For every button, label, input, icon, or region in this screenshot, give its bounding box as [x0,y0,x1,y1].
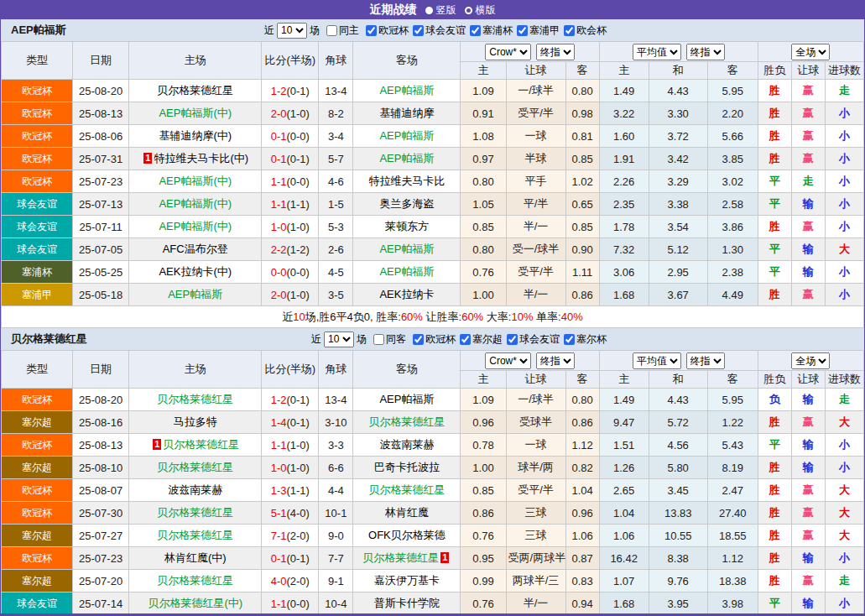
odds-time-select[interactable]: 终指 [536,352,575,369]
full-time-score: 7-1 [271,530,287,542]
scope-select[interactable]: 全场 [791,44,830,60]
league-checkbox[interactable] [413,25,424,36]
filter-suffix: 场 [310,23,320,38]
score-cell: 1-2(0-1) [262,80,319,102]
league-type-cell: 欧冠杯 [2,102,73,125]
average-draw-odds: 8.38 [649,547,707,570]
odds-time-select[interactable]: 终指 [536,44,575,60]
average-home-odds: 1.49 [599,80,649,102]
average-time-select[interactable]: 终指 [686,44,725,60]
handicap-away-odds: 0.85 [565,216,599,238]
result-goals: 小 [825,148,863,170]
league-checkbox[interactable] [460,334,471,345]
league-badge: 欧冠杯 [2,547,72,569]
league-badge: 塞尔超 [2,411,72,433]
result-handicap: 赢 [791,525,825,547]
league-type-cell: 球会友谊 [2,593,73,615]
league-filter-item[interactable]: 欧冠杯 [362,23,409,38]
league-filter-item[interactable]: 欧会杯 [560,23,607,38]
team-name: 贝尔格莱德红星 [157,574,233,587]
league-filter-item[interactable]: 球会友谊 [409,23,466,38]
odds-company-select[interactable]: Crow* [485,44,531,60]
league-filter-item[interactable]: 球会友谊 [503,332,560,347]
league-checkbox[interactable] [564,25,575,36]
league-checkbox[interactable] [413,334,424,345]
league-checkbox[interactable] [366,25,377,36]
col-header-type: 类型 [2,42,73,80]
league-checkbox[interactable] [564,334,575,345]
corners-cell: 6-6 [319,457,353,479]
average-home-odds: 1.91 [599,148,649,170]
match-count-select[interactable]: 10 [324,331,354,347]
home-team-cell: 1贝尔格莱德红星 [129,434,262,457]
handicap-line: 受平/半 [506,261,565,284]
home-team-cell: 波兹南莱赫 [129,479,262,502]
average-away-odds: 2.58 [707,193,758,216]
league-type-cell: 欧冠杯 [2,148,73,170]
corners-cell: 3-3 [319,434,353,457]
match-date-cell: 25-08-20 [73,389,129,411]
corners-cell: 13-4 [319,80,353,102]
handicap-line: 三球 [506,502,565,525]
average-draw-odds: 3.67 [649,284,707,306]
away-team-cell: 贝尔格莱德红星1 [353,547,461,570]
league-badge: 塞尔超 [2,525,72,546]
scope-select[interactable]: 全场 [791,352,830,369]
layout-option-vertical[interactable]: 竖版 [425,3,456,18]
league-filter-item[interactable]: 塞尔杯 [560,332,607,347]
same-venue-filter[interactable]: 同主 [322,23,359,38]
average-type-select[interactable]: 平均值 [633,44,681,60]
average-home-odds: 16.42 [599,547,649,570]
league-badge: 欧冠杯 [2,80,72,102]
match-date-cell: 25-07-31 [73,148,129,170]
league-badge: 球会友谊 [2,593,72,614]
page-titlebar: 近期战绩 竖版 横版 [1,1,864,19]
home-team-cell: 贝尔格莱德红星 [129,570,262,593]
handicap-away-odds: 0.98 [565,102,599,125]
sub-header-average-away: 客 [707,62,758,80]
handicap-home-odds: 0.76 [461,593,506,615]
team-name: 贝尔格莱德红星 [368,483,445,496]
half-time-score: (0-0) [286,598,309,610]
score-cell: 2-0(1-0) [262,102,319,125]
radio-unselected-icon[interactable] [465,7,472,14]
full-time-score: 0-1 [271,552,287,565]
handicap-home-odds: 0.78 [461,434,506,457]
average-home-odds: 3.22 [599,102,649,125]
league-checkbox[interactable] [470,25,481,36]
average-draw-odds: 5.80 [649,457,707,479]
same-venue-filter[interactable]: 同客 [369,332,406,347]
match-row: 塞尔超25-08-10贝尔格莱德红星1-0(1-0)6-6巴奇卡托波拉1.00球… [2,457,864,479]
same-venue-checkbox[interactable] [326,25,337,36]
full-time-score: 2-0 [271,289,287,301]
average-time-select[interactable]: 终指 [686,352,725,369]
league-filters: 欧冠杯塞尔超球会友谊塞尔杯 [409,332,607,347]
handicap-home-odds: 0.95 [461,547,506,570]
league-filter-item[interactable]: 塞浦杯 [466,23,513,38]
team-name: 波兹南莱赫 [379,438,434,451]
average-draw-odds: 3.29 [649,170,707,193]
result-handicap: 赢 [791,570,825,593]
handicap-home-odds: 1.05 [461,193,506,216]
home-team-cell: 贝尔格莱德红星 [129,502,262,525]
radio-selected-icon[interactable] [425,7,433,14]
match-count-select[interactable]: 10 [277,23,307,39]
league-filter-item[interactable]: 塞浦甲 [513,23,560,38]
col-header-away: 客场 [353,351,461,389]
odds-company-select[interactable]: Crow* [485,352,531,369]
handicap-home-odds: 1.09 [461,389,506,411]
league-filter-item[interactable]: 欧冠杯 [409,332,456,347]
match-date-cell: 25-08-07 [73,479,129,502]
handicap-line: 半球 [506,148,565,170]
average-draw-odds: 3.54 [649,216,707,238]
league-checkbox[interactable] [517,25,528,36]
handicap-line: 三球 [506,525,565,547]
league-filter-item[interactable]: 塞尔超 [456,332,503,347]
average-draw-odds: 3.72 [649,125,707,148]
layout-option-horizontal[interactable]: 横版 [465,3,496,18]
same-venue-checkbox[interactable] [373,334,384,345]
average-type-select[interactable]: 平均值 [633,352,681,369]
result-goals: 走 [825,389,863,411]
handicap-home-odds: 0.99 [461,570,506,593]
league-checkbox[interactable] [507,334,518,345]
